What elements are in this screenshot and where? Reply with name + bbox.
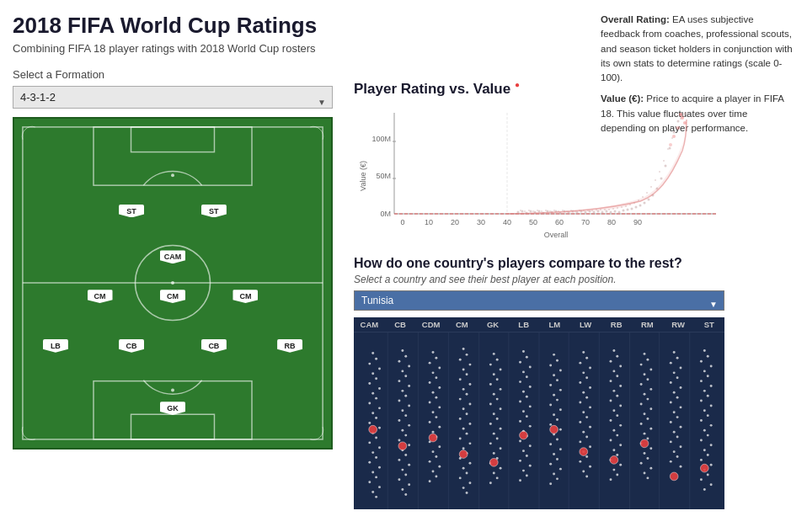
svg-point-418 (673, 411, 676, 413)
svg-point-465 (550, 425, 558, 434)
svg-point-218 (459, 358, 462, 360)
svg-point-327 (582, 351, 585, 354)
svg-point-271 (496, 476, 499, 479)
svg-point-469 (670, 472, 678, 481)
pos-cb: CB (385, 317, 416, 332)
svg-point-131 (368, 362, 371, 364)
svg-point-395 (649, 427, 652, 429)
svg-point-200 (438, 406, 441, 408)
svg-point-260 (489, 423, 492, 425)
svg-point-194 (435, 376, 437, 379)
dot-chart (354, 332, 724, 509)
svg-point-462 (459, 450, 468, 458)
svg-point-230 (459, 418, 462, 420)
svg-point-201 (432, 411, 435, 413)
svg-point-196 (438, 386, 441, 389)
svg-point-154 (375, 476, 377, 478)
svg-point-284 (529, 405, 532, 407)
svg-point-59 (635, 205, 638, 208)
svg-point-82 (562, 210, 564, 211)
svg-point-389 (646, 397, 649, 400)
svg-point-372 (619, 444, 622, 446)
svg-point-246 (493, 353, 495, 355)
svg-point-137 (371, 391, 374, 394)
svg-point-265 (500, 447, 502, 450)
svg-point-350 (589, 465, 591, 467)
svg-point-315 (559, 428, 562, 430)
svg-point-405 (646, 476, 649, 479)
svg-point-431 (707, 355, 709, 358)
svg-point-317 (556, 438, 558, 440)
svg-point-170 (408, 404, 410, 407)
svg-point-429 (680, 465, 682, 467)
svg-point-158 (375, 496, 377, 498)
svg-point-58 (631, 207, 633, 210)
svg-point-470 (700, 464, 708, 472)
svg-point-77 (541, 210, 542, 212)
svg-point-205 (432, 430, 435, 433)
svg-point-324 (553, 472, 555, 475)
svg-point-366 (616, 414, 618, 417)
svg-point-139 (368, 402, 371, 404)
svg-point-134 (375, 377, 377, 380)
svg-point-256 (489, 402, 492, 405)
svg-point-331 (582, 371, 585, 374)
formation-select[interactable]: 4-3-1-2 4-3-3 4-4-2 3-5-2 4-2-3-1 (13, 86, 333, 109)
svg-point-422 (673, 430, 676, 433)
svg-point-254 (493, 392, 495, 395)
svg-point-73 (524, 210, 526, 212)
svg-point-438 (703, 390, 706, 392)
svg-point-247 (496, 358, 499, 360)
svg-point-411 (676, 376, 679, 379)
svg-point-336 (585, 396, 588, 398)
svg-point-309 (556, 398, 558, 401)
svg-point-215 (429, 480, 431, 482)
svg-point-417 (680, 406, 682, 408)
svg-point-72 (520, 210, 521, 211)
svg-point-261 (500, 427, 502, 429)
svg-text:30: 30 (477, 218, 485, 226)
svg-point-304 (553, 374, 555, 376)
svg-point-444 (700, 419, 703, 422)
svg-point-313 (556, 418, 558, 421)
svg-point-239 (468, 461, 471, 464)
pos-rb: RB (601, 317, 632, 332)
svg-point-363 (610, 399, 612, 402)
svg-point-412 (670, 381, 672, 384)
svg-point-403 (649, 466, 652, 469)
svg-point-445 (710, 424, 713, 427)
svg-point-272 (489, 481, 492, 484)
svg-point-305 (556, 379, 558, 381)
svg-point-382 (640, 363, 643, 365)
svg-point-409 (680, 366, 682, 369)
svg-text:60: 60 (555, 218, 564, 226)
svg-point-143 (368, 422, 371, 424)
svg-point-310 (549, 403, 552, 406)
svg-point-419 (676, 416, 679, 418)
svg-point-281 (522, 391, 525, 393)
svg-point-461 (429, 434, 437, 442)
svg-point-228 (462, 407, 465, 410)
svg-point-6 (171, 173, 174, 177)
svg-point-142 (375, 417, 377, 419)
svg-point-427 (676, 455, 679, 458)
svg-point-224 (462, 388, 465, 391)
svg-point-318 (549, 443, 552, 445)
svg-point-329 (579, 361, 581, 364)
svg-point-147 (368, 441, 371, 444)
svg-point-368 (619, 424, 622, 427)
svg-point-436 (700, 380, 703, 382)
svg-point-130 (375, 357, 377, 359)
svg-point-187 (401, 488, 404, 491)
svg-point-432 (700, 359, 703, 362)
svg-point-374 (616, 454, 618, 456)
svg-point-399 (649, 447, 652, 450)
svg-point-255 (496, 397, 499, 400)
svg-point-381 (646, 358, 649, 360)
svg-point-56 (623, 209, 625, 211)
svg-text:20: 20 (451, 218, 459, 226)
svg-point-80 (553, 210, 555, 211)
svg-point-180 (404, 454, 407, 456)
svg-point-152 (378, 466, 381, 468)
country-select[interactable]: Tunisia France Brazil Germany Argentina … (354, 290, 724, 311)
